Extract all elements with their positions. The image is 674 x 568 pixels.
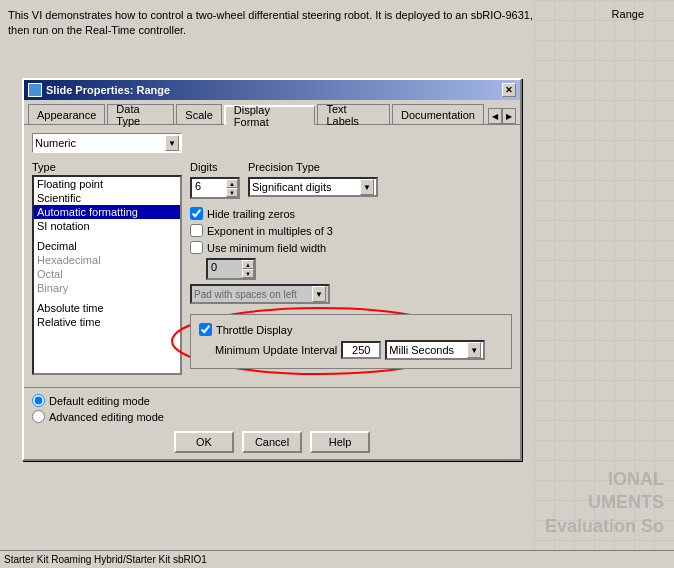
close-button[interactable]: ✕	[502, 83, 516, 97]
dialog-bottom: Default editing mode Advanced editing mo…	[24, 387, 520, 459]
dialog-titlebar: Slide Properties: Range ✕	[24, 80, 520, 100]
format-select-arrow[interactable]: ▼	[165, 135, 179, 151]
pad-label: Pad with spaces on left	[194, 289, 297, 300]
format-select[interactable]: Numeric ▼	[32, 133, 182, 153]
dialog-icon	[28, 83, 42, 97]
type-relative-time[interactable]: Relative time	[34, 315, 180, 329]
interval-unit-select[interactable]: Milli Seconds ▼	[385, 340, 485, 360]
throttle-display-checkbox[interactable]	[199, 323, 212, 336]
throttle-display-label: Throttle Display	[216, 324, 292, 336]
interval-unit-value: Milli Seconds	[389, 344, 454, 356]
tab-text-labels[interactable]: Text Labels	[317, 104, 390, 124]
advanced-editing-radio[interactable]	[32, 410, 45, 423]
throttle-section-wrapper: Throttle Display Minimum Update Interval…	[190, 314, 512, 369]
type-si-notation[interactable]: SI notation	[34, 219, 180, 233]
default-editing-radio[interactable]	[32, 394, 45, 407]
tab-appearance[interactable]: Appearance	[28, 104, 105, 124]
type-octal[interactable]: Octal	[34, 267, 180, 281]
type-list-panel: Type Floating point Scientific Automatic…	[32, 161, 182, 375]
hide-trailing-zeros-checkbox[interactable]	[190, 207, 203, 220]
digits-label: Digits	[190, 161, 240, 173]
titlebar-left: Slide Properties: Range	[28, 83, 170, 97]
advanced-editing-row: Advanced editing mode	[32, 410, 512, 423]
tab-prev-button[interactable]: ◀	[488, 108, 502, 124]
precision-type-select[interactable]: Significant digits ▼	[248, 177, 378, 197]
precision-type-value: Significant digits	[252, 181, 332, 193]
min-field-down-button[interactable]: ▼	[242, 269, 254, 278]
advanced-editing-label: Advanced editing mode	[49, 411, 164, 423]
min-field-value[interactable]: 0	[208, 260, 242, 278]
tab-bar: Appearance Data Type Scale Display Forma…	[24, 100, 520, 125]
type-automatic[interactable]: Automatic formatting	[34, 205, 180, 219]
tab-display-format[interactable]: Display Format	[224, 105, 316, 125]
type-list-label: Type	[32, 161, 182, 173]
right-options-panel: Digits 6 ▲ ▼ Precision Type Significa	[190, 161, 512, 375]
pad-select-arrow[interactable]: ▼	[312, 286, 326, 302]
min-field-up-button[interactable]: ▲	[242, 260, 254, 269]
throttle-section: Throttle Display Minimum Update Interval…	[190, 314, 512, 369]
digits-up-button[interactable]: ▲	[226, 179, 238, 188]
digits-precision-row: Digits 6 ▲ ▼ Precision Type Significa	[190, 161, 512, 199]
statusbar-text: Starter Kit Roaming Hybrid/Starter Kit s…	[4, 554, 207, 565]
type-list[interactable]: Floating point Scientific Automatic form…	[32, 175, 182, 375]
digits-spinner[interactable]: 6 ▲ ▼	[190, 177, 240, 199]
interval-unit-arrow[interactable]: ▼	[467, 342, 481, 358]
editing-mode-section: Default editing mode Advanced editing mo…	[32, 394, 512, 423]
default-editing-label: Default editing mode	[49, 395, 150, 407]
tab-documentation[interactable]: Documentation	[392, 104, 484, 124]
min-field-width-checkbox[interactable]	[190, 241, 203, 254]
type-hexadecimal[interactable]: Hexadecimal	[34, 253, 180, 267]
type-absolute-time[interactable]: Absolute time	[34, 301, 180, 315]
type-binary[interactable]: Binary	[34, 281, 180, 295]
interval-value-input[interactable]	[341, 341, 381, 359]
main-content-area: Type Floating point Scientific Automatic…	[32, 161, 512, 375]
hide-trailing-zeros-label: Hide trailing zeros	[207, 208, 295, 220]
exponent-multiples-label: Exponent in multiples of 3	[207, 225, 333, 237]
digits-group: Digits 6 ▲ ▼	[190, 161, 240, 199]
cancel-button[interactable]: Cancel	[242, 431, 302, 453]
type-floating-point[interactable]: Floating point	[34, 177, 180, 191]
statusbar: Starter Kit Roaming Hybrid/Starter Kit s…	[0, 550, 674, 568]
range-label: Range	[612, 8, 644, 20]
ok-button[interactable]: OK	[174, 431, 234, 453]
interval-label: Minimum Update Interval	[215, 344, 337, 356]
slide-properties-dialog: Slide Properties: Range ✕ Appearance Dat…	[22, 78, 522, 461]
digits-down-button[interactable]: ▼	[226, 188, 238, 197]
description-text: This VI demonstrates how to control a tw…	[8, 8, 538, 39]
default-editing-row: Default editing mode	[32, 394, 512, 407]
tab-nav-buttons: ◀ ▶	[488, 108, 516, 124]
min-field-spinner[interactable]: 0 ▲ ▼	[206, 258, 256, 280]
min-field-width-row: Use minimum field width	[190, 241, 512, 254]
format-select-value: Numeric	[35, 137, 76, 149]
precision-type-label: Precision Type	[248, 161, 378, 173]
digits-value[interactable]: 6	[192, 179, 226, 197]
precision-group: Precision Type Significant digits ▼	[248, 161, 378, 199]
tab-scale[interactable]: Scale	[176, 104, 222, 124]
dialog-body: Numeric ▼ Type Floating point Scientific…	[24, 125, 520, 383]
action-buttons: OK Cancel Help	[32, 431, 512, 453]
min-field-spinner-buttons: ▲ ▼	[242, 260, 254, 278]
exponent-multiples-checkbox[interactable]	[190, 224, 203, 237]
precision-select-arrow[interactable]: ▼	[360, 179, 374, 195]
tab-next-button[interactable]: ▶	[502, 108, 516, 124]
tab-data-type[interactable]: Data Type	[107, 104, 174, 124]
watermark: IONAL UMENTS Evaluation So	[545, 468, 664, 538]
digits-spinner-buttons: ▲ ▼	[226, 179, 238, 197]
type-decimal[interactable]: Decimal	[34, 239, 180, 253]
pad-field: Pad with spaces on left ▼	[190, 284, 512, 304]
hide-trailing-zeros-row: Hide trailing zeros	[190, 207, 512, 220]
format-dropdown-container: Numeric ▼	[32, 133, 512, 153]
help-button[interactable]: Help	[310, 431, 370, 453]
exponent-multiples-row: Exponent in multiples of 3	[190, 224, 512, 237]
min-field-width-label: Use minimum field width	[207, 242, 326, 254]
type-scientific[interactable]: Scientific	[34, 191, 180, 205]
update-interval-row: Minimum Update Interval Milli Seconds ▼	[199, 340, 503, 360]
throttle-display-row: Throttle Display	[199, 323, 503, 336]
dialog-title: Slide Properties: Range	[46, 84, 170, 96]
